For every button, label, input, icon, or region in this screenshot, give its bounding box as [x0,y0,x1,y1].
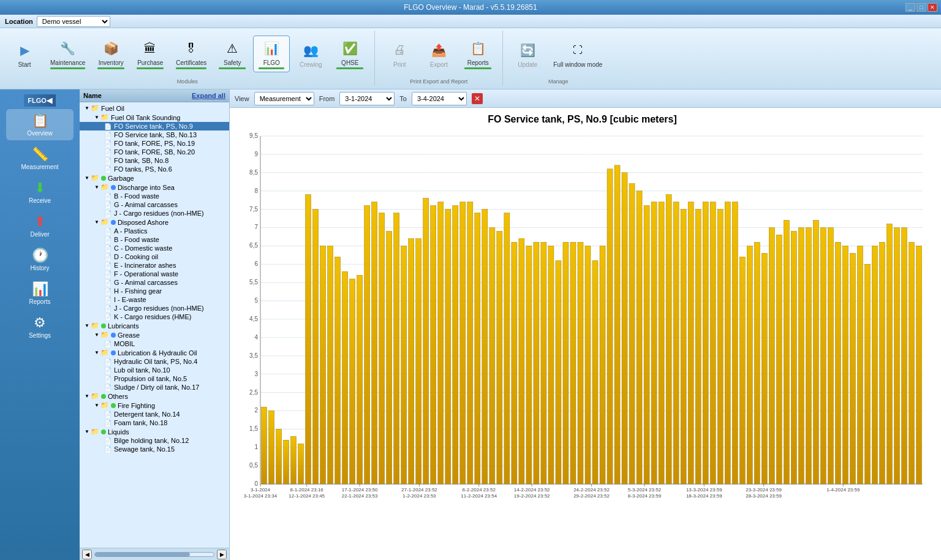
tree-item[interactable]: 📄FO Service tank, SB, No.13 [80,131,229,139]
sidebar-item-settings[interactable]: ⚙ Settings [6,311,74,342]
tree-item[interactable]: 📄B - Food waste [80,235,229,244]
tree-item[interactable]: 📄Lub oil tank, No.10 [80,366,229,374]
tree-scroll-left[interactable]: ◀ [82,550,92,559]
tree-item-label: H - Fishing gear [114,287,162,295]
tree-item-label: Fuel Oil Tank Sounding [111,114,181,121]
tree-arrow[interactable]: ▼ [85,105,89,111]
tree-item[interactable]: ▼📁Fire Fighting [80,401,229,410]
tree-item[interactable]: 📄Sewage tank, No.15 [80,445,229,453]
tree-arrow[interactable]: ▼ [85,323,89,328]
tree-arrow[interactable]: ▼ [94,219,99,225]
minimize-button[interactable]: _ [905,3,915,12]
to-date-select[interactable]: 3-4-2024 [412,92,467,105]
flgo-button[interactable]: 📊 FLGO [253,36,290,72]
tree-item-label: I - E-waste [114,296,146,303]
expand-all-button[interactable]: Expand all [192,92,225,99]
location-label: Location [5,18,33,25]
tree-arrow[interactable]: ▼ [94,115,99,120]
maintenance-button[interactable]: 🔧 Maintenance [45,36,90,72]
tree-item-label: FO tank, FORE, PS, No.19 [114,140,195,147]
tree-item[interactable]: 📄C - Domestic waste [80,244,229,252]
tree-item-icon: 📄 [104,305,111,312]
tree-item[interactable]: 📄A - Plastics [80,227,229,235]
tree-item[interactable]: ▼📁Lubrication & Hydraulic Oil [80,348,229,357]
view-select[interactable]: Measurement Daily Weekly Monthly [254,92,314,105]
folder-icon: 📁 [100,113,109,121]
tree-arrow[interactable]: ▼ [85,393,89,399]
tree-item[interactable]: 📄Foam tank, No.18 [80,418,229,427]
tree-item[interactable]: 📄FO tank, FORE, PS, No.19 [80,139,229,148]
tree-item[interactable]: 📄FO tank, SB, No.8 [80,156,229,165]
tree-item[interactable]: 📄F - Operational waste [80,270,229,278]
tree-item[interactable]: ▼📁Liquids [80,427,229,436]
qhse-button[interactable]: ✅ QHSE [331,36,368,72]
reports-button[interactable]: 📋 Reports [459,36,496,72]
maximize-button[interactable]: □ [916,3,926,12]
tree-arrow[interactable]: ▼ [94,350,99,355]
start-button[interactable]: ▶ Start [6,38,43,70]
sidebar-item-receive[interactable]: ⬇ Receive [6,176,74,208]
sidebar-label-deliver: Deliver [30,231,49,238]
sidebar-collapse-button[interactable]: ◀ [47,96,52,105]
from-date-select[interactable]: 3-1-2024 [339,92,395,105]
tree-item[interactable]: 📄K - Cargo residues (HME) [80,312,229,321]
tree-item[interactable]: 📄Propulsion oil tank, No.5 [80,374,229,383]
sidebar-item-deliver[interactable]: ⬆ Deliver [6,210,74,241]
fullwindow-button[interactable]: ⛶ Full window mode [548,38,607,70]
tree-item[interactable]: 📄B - Food waste [80,192,229,200]
location-select[interactable]: Demo vessel [37,16,110,27]
tree-item-label: FO Service tank, SB, No.13 [114,131,197,138]
sidebar-item-reports[interactable]: 📊 Reports [6,278,74,309]
close-button[interactable]: ✕ [928,3,937,12]
tree-item-icon: 📄 [104,437,111,444]
safety-button[interactable]: ⚠ Safety [214,36,251,72]
tree-arrow[interactable]: ▼ [85,175,89,181]
sidebar-item-history[interactable]: 🕐 History [6,244,74,275]
print-button[interactable]: 🖨 Print [381,38,418,70]
tree-item[interactable]: 📄FO tank, FORE, SB, No.20 [80,148,229,156]
tree-item[interactable]: ▼📁Grease [80,330,229,339]
export-button[interactable]: 📤 Export [420,38,457,70]
reports-icon: 📊 [32,281,48,297]
dot-indicator [101,176,106,181]
tree-item[interactable]: ▼📁Disposed Ashore [80,218,229,227]
update-button[interactable]: 🔄 Update [509,38,546,70]
tree-item-label: Lub oil tank, No.10 [114,366,170,374]
tree-arrow[interactable]: ▼ [94,403,99,408]
tree-item[interactable]: 📄J - Cargo residues (non-HME) [80,209,229,218]
tree-item[interactable]: ▼📁Fuel Oil [80,104,229,113]
tree-scroll-right[interactable]: ▶ [217,550,227,559]
tree-item[interactable]: 📄Sludge / Dirty oil tank, No.17 [80,383,229,392]
tree-item[interactable]: 📄MOBIL [80,339,229,348]
tree-item[interactable]: 📄E - Incinerator ashes [80,261,229,270]
crewing-button[interactable]: 👥 Crewing [292,38,329,70]
tree-item[interactable]: 📄G - Animal carcasses [80,200,229,209]
tree-item[interactable]: 📄FO Service tank, PS, No.9 [80,122,229,131]
tree-item[interactable]: 📄Detergent tank, No.14 [80,410,229,418]
certificates-button[interactable]: 🎖 Certificates [171,36,211,72]
tree-item[interactable]: 📄J - Cargo residues (non-HME) [80,304,229,312]
tree-item[interactable]: ▼📁Others [80,392,229,401]
tree-item[interactable]: 📄Hydraulic Oil tank, PS, No.4 [80,357,229,366]
tree-item-label: FO tank, FORE, SB, No.20 [114,148,195,156]
tree-item[interactable]: 📄H - Fishing gear [80,287,229,295]
inventory-button[interactable]: 📦 Inventory [93,36,129,72]
close-chart-button[interactable]: ✕ [472,93,483,104]
deliver-icon: ⬆ [34,214,45,230]
purchase-button[interactable]: 🏛 Purchase [132,36,168,72]
tree-item[interactable]: ▼📁Lubricants [80,321,229,330]
tree-arrow[interactable]: ▼ [85,429,89,434]
sidebar-item-measurement[interactable]: 📏 Measurement [6,143,74,174]
tree-item[interactable]: 📄D - Cooking oil [80,252,229,261]
tree-arrow[interactable]: ▼ [94,184,99,190]
sidebar-item-overview[interactable]: 📋 Overview [6,109,74,140]
tree-item[interactable]: 📄Bilge holding tank, No.12 [80,436,229,445]
tree-item-icon: 📄 [104,288,111,295]
tree-item[interactable]: ▼📁Fuel Oil Tank Sounding [80,113,229,122]
tree-item[interactable]: 📄G - Animal carcasses [80,278,229,287]
tree-arrow[interactable]: ▼ [94,332,99,338]
tree-item[interactable]: 📄FO tanks, PS, No.6 [80,165,229,173]
tree-item[interactable]: 📄I - E-waste [80,295,229,304]
tree-item[interactable]: ▼📁Garbage [80,173,229,183]
tree-item[interactable]: ▼📁Discharge into Sea [80,183,229,192]
